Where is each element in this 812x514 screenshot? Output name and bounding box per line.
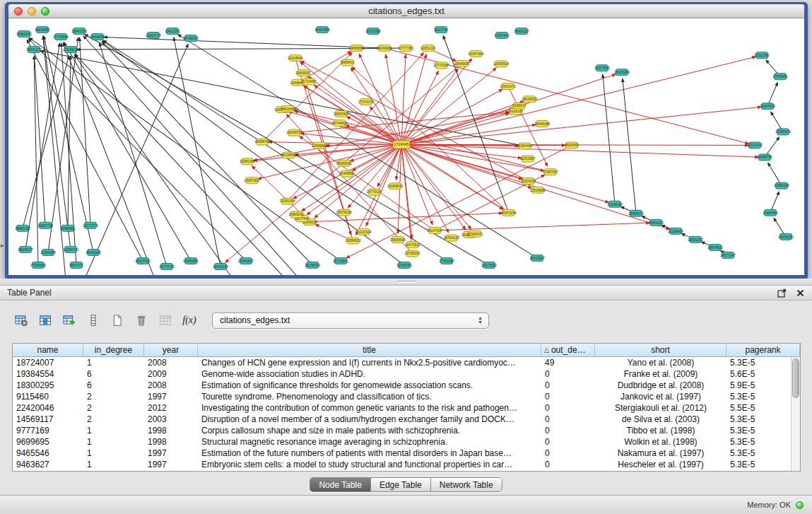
network-node[interactable]: 11213143 bbox=[747, 142, 763, 148]
cell-pagerank[interactable]: 5.3E-5 bbox=[726, 391, 800, 402]
cell-name[interactable]: 22420046 bbox=[13, 402, 83, 414]
network-node[interactable]: 22238436 bbox=[668, 228, 683, 234]
network-node[interactable]: 13515859 bbox=[530, 187, 546, 193]
cell-in_degree[interactable]: 6 bbox=[83, 380, 144, 391]
cell-out_degree[interactable]: 0 bbox=[541, 402, 595, 414]
cell-in_degree[interactable]: 1 bbox=[83, 459, 144, 470]
network-edge[interactable] bbox=[386, 54, 401, 144]
network-node[interactable]: 18773720 bbox=[159, 263, 175, 269]
table-row[interactable]: 969969511998Structural magnetic resonanc… bbox=[13, 436, 800, 448]
network-edge[interactable] bbox=[25, 43, 60, 250]
network-node[interactable]: 18386768 bbox=[254, 139, 270, 145]
cell-short[interactable]: Stergiakouli et al. (2012) bbox=[595, 402, 726, 414]
cell-title[interactable]: Structural magnetic resonance image aver… bbox=[198, 436, 541, 448]
network-node[interactable]: 16546388 bbox=[534, 121, 550, 127]
network-node[interactable]: 22365471 bbox=[467, 230, 483, 237]
cell-pagerank[interactable]: 5.9E-5 bbox=[726, 380, 800, 391]
cell-short[interactable]: Hescheler et al. (1997) bbox=[595, 459, 726, 470]
table-row[interactable]: 946362711997Embryonic stem cells: a mode… bbox=[13, 459, 800, 470]
network-node[interactable]: 16136799 bbox=[305, 262, 320, 268]
table-mode-icon[interactable] bbox=[13, 312, 30, 329]
cell-name[interactable]: 9465546 bbox=[13, 448, 83, 459]
network-node[interactable]: 10600162 bbox=[16, 31, 32, 37]
cell-short[interactable]: Yano et al. (2008) bbox=[595, 357, 726, 368]
network-node[interactable]: 12531200 bbox=[688, 236, 703, 243]
cell-year[interactable]: 1997 bbox=[144, 391, 198, 402]
network-node[interactable]: 22673052 bbox=[481, 262, 497, 268]
network-edge[interactable] bbox=[64, 42, 191, 261]
network-node[interactable]: 22059730 bbox=[63, 246, 78, 252]
network-edge[interactable] bbox=[254, 144, 401, 160]
network-node[interactable]: 13687718 bbox=[37, 222, 53, 228]
table-row[interactable]: 1872400712008Changes of HCN gene express… bbox=[13, 357, 800, 368]
network-node[interactable]: 18806117 bbox=[514, 28, 529, 35]
cell-short[interactable]: Nakamura et al. (1997) bbox=[595, 448, 726, 459]
tab-network-table[interactable]: Network Table bbox=[431, 478, 502, 491]
network-node[interactable]: 16851416 bbox=[648, 219, 664, 226]
cell-short[interactable]: Franke et al. (2009) bbox=[595, 368, 726, 380]
column-header-in_degree[interactable]: in_degree bbox=[83, 344, 144, 357]
cell-short[interactable]: de Silva et al. (2003) bbox=[595, 414, 726, 425]
network-node[interactable]: 10711396 bbox=[365, 28, 381, 35]
network-node[interactable]: 10696633 bbox=[345, 238, 360, 244]
split-handle[interactable] bbox=[0, 279, 812, 285]
network-node[interactable]: 12056914 bbox=[493, 61, 509, 67]
delete-table-icon[interactable] bbox=[133, 312, 150, 329]
cell-out_degree[interactable]: 0 bbox=[541, 436, 595, 448]
network-node[interactable]: 15678229 bbox=[336, 209, 352, 216]
network-node[interactable]: 19606007 bbox=[295, 70, 311, 76]
table-row[interactable]: 1456911722003Disruption of a novel membe… bbox=[13, 414, 800, 425]
network-node[interactable]: 11501967 bbox=[520, 156, 536, 162]
cell-pagerank[interactable]: 5.3E-5 bbox=[726, 357, 800, 368]
network-node[interactable]: 13991198 bbox=[213, 263, 228, 269]
network-edge[interactable] bbox=[43, 36, 66, 275]
cell-year[interactable]: 2009 bbox=[144, 368, 198, 380]
cell-out_degree[interactable]: 0 bbox=[541, 391, 595, 402]
cell-name[interactable]: 9115460 bbox=[13, 391, 83, 402]
cell-pagerank[interactable]: 5.3E-5 bbox=[726, 448, 800, 459]
network-node[interactable]: 12699992 bbox=[312, 142, 327, 148]
cell-in_degree[interactable]: 2 bbox=[83, 402, 144, 414]
cell-name[interactable]: 19384554 bbox=[13, 368, 83, 380]
network-node[interactable]: 24999795 bbox=[757, 154, 772, 160]
cell-in_degree[interactable]: 2 bbox=[83, 391, 144, 402]
network-node[interactable]: 15641377 bbox=[26, 47, 42, 53]
network-window[interactable]: citations_edges.txt 19299981177773811205… bbox=[5, 2, 808, 279]
cell-title[interactable]: Estimation of the future numbers of pati… bbox=[198, 448, 541, 459]
cell-year[interactable]: 2003 bbox=[144, 414, 198, 425]
network-node[interactable]: 20261778 bbox=[146, 33, 161, 39]
cell-title[interactable]: Tourette syndrome. Phenomenology and cla… bbox=[198, 391, 541, 402]
network-node[interactable]: 16764125 bbox=[444, 235, 459, 241]
network-node[interactable]: 20360199 bbox=[774, 182, 789, 189]
network-edge[interactable] bbox=[104, 37, 384, 48]
network-node[interactable]: 18948077 bbox=[18, 246, 33, 252]
network-node[interactable]: 21549011 bbox=[63, 47, 78, 53]
network-node[interactable]: 16639652 bbox=[35, 27, 50, 33]
network-edge[interactable] bbox=[401, 59, 472, 144]
network-node[interactable]: 24646682 bbox=[90, 34, 105, 40]
cell-year[interactable]: 1997 bbox=[144, 459, 198, 470]
network-node[interactable]: 11970512 bbox=[405, 242, 420, 248]
network-node[interactable]: 17387557 bbox=[543, 169, 558, 175]
network-node[interactable]: 14577347 bbox=[720, 252, 736, 258]
column-header-title[interactable]: title bbox=[198, 344, 541, 357]
network-edge[interactable] bbox=[401, 144, 466, 229]
network-edge[interactable] bbox=[40, 51, 525, 146]
network-node[interactable]: 13498961 bbox=[60, 225, 76, 231]
cell-out_degree[interactable]: 0 bbox=[541, 414, 595, 425]
network-edge[interactable] bbox=[767, 83, 777, 107]
network-node[interactable]: 19147537 bbox=[427, 228, 442, 234]
cell-year[interactable]: 2008 bbox=[144, 380, 198, 391]
network-node[interactable]: 21867036 bbox=[760, 103, 775, 110]
network-node[interactable]: 17051920 bbox=[439, 257, 454, 264]
network-edge[interactable] bbox=[74, 54, 235, 275]
network-node[interactable]: 23706202 bbox=[404, 250, 420, 257]
network-node[interactable]: 10381394 bbox=[240, 158, 255, 165]
scrollbar-thumb[interactable] bbox=[792, 358, 799, 398]
network-graph[interactable]: 1929998117777381120511002177018710367964… bbox=[8, 18, 804, 275]
network-node[interactable]: 20973259 bbox=[501, 209, 517, 216]
cell-short[interactable]: Tibbo et al. (1998) bbox=[595, 425, 726, 436]
network-node[interactable]: 13445882 bbox=[339, 170, 355, 177]
table-row[interactable]: 977716911998Corpus callosum shape and si… bbox=[13, 425, 800, 436]
network-edge[interactable] bbox=[83, 36, 302, 275]
